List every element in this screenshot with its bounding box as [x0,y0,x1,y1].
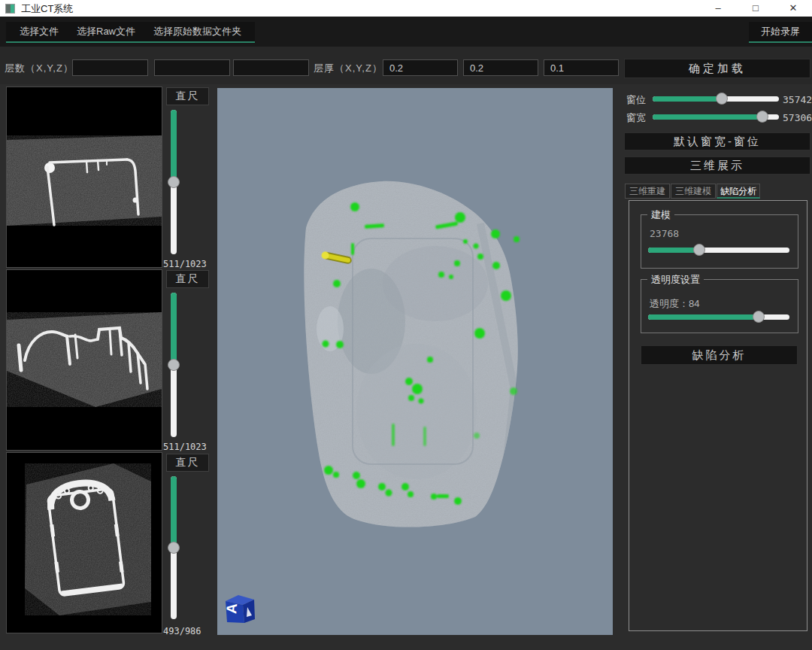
modeling-group-title: 建模 [647,208,674,222]
ct-slice-2-drawing [7,270,162,450]
ct-slice-3-drawing [7,453,162,633]
tab-3d-modeling[interactable]: 三维建模 [671,184,716,199]
ct-slice-image-1[interactable] [6,87,162,268]
opacity-slider[interactable] [648,314,789,320]
slice-slider-3-handle[interactable] [168,542,180,554]
slice-slider-2[interactable] [171,293,177,437]
parameter-row: 层数（X,Y,Z） 层厚（X,Y,Z） 确定加载 [0,47,812,84]
close-icon[interactable]: ✕ [774,0,812,17]
ruler-button-3[interactable]: 直尺 [166,454,209,472]
window-level-slider-handle[interactable] [716,93,728,105]
opacity-slider-handle[interactable] [753,311,765,323]
3d-model-render [217,88,613,635]
slice-position-3: 493/986 [163,626,211,636]
thickness-z-input[interactable] [544,59,619,76]
window-width-slider[interactable] [653,114,779,120]
app-icon [5,4,15,14]
layers-x-input[interactable] [72,59,148,76]
confirm-load-button[interactable]: 确定加载 [624,59,810,78]
slice-slider-3[interactable] [171,476,177,619]
window-title: 工业CT系统 [21,2,73,16]
modeling-slider-handle[interactable] [693,244,705,256]
slice-slider-1[interactable] [171,110,177,254]
opacity-group-title: 透明度设置 [647,273,704,287]
slice-position-1: 511/1023 [163,259,211,269]
slice-position-2: 511/1023 [163,442,211,452]
thickness-label: 层厚（X,Y,Z） [314,62,383,75]
modeling-slider[interactable] [648,248,789,253]
ct-slice-image-2[interactable] [6,269,162,451]
cube-face-letter: A [223,603,240,615]
ct-slice-image-3[interactable] [6,452,162,633]
select-raw-file-button[interactable]: 选择Raw文件 [68,22,144,41]
slice-slider-2-handle[interactable] [168,359,180,371]
start-recording-button[interactable]: 开始录屏 [749,22,812,43]
slice-slider-1-handle[interactable] [168,176,180,188]
tab-3d-reconstruction[interactable]: 三维重建 [625,184,670,199]
thickness-y-input[interactable] [463,59,538,76]
default-window-button[interactable]: 默认窗宽-窗位 [624,132,810,150]
thickness-x-input[interactable] [383,59,458,76]
orientation-cube-icon[interactable]: A [222,591,256,625]
layers-label: 层数（X,Y,Z） [5,62,74,75]
layers-z-input[interactable] [233,59,309,76]
ruler-button-2[interactable]: 直尺 [166,270,209,288]
file-button-group: 选择文件 选择Raw文件 选择原始数据文件夹 [6,22,255,43]
window-level-label: 窗位 [626,93,646,107]
toolbar: 选择文件 选择Raw文件 选择原始数据文件夹 开始录屏 [0,17,812,47]
3d-display-button[interactable]: 三维展示 [624,156,810,175]
titlebar: 工业CT系统 – □ ✕ [0,0,812,17]
window-width-label: 窗宽 [626,111,646,125]
tab-defect-analysis[interactable]: 缺陷分析 [717,184,760,199]
app-window: 工业CT系统 – □ ✕ 选择文件 选择Raw文件 选择原始数据文件夹 开始录屏… [0,0,812,650]
maximize-icon[interactable]: □ [737,0,774,17]
window-width-value: 57306 [783,112,812,123]
modeling-groupbox: 建模 [641,214,798,269]
ct-slice-1-drawing [7,87,162,267]
3d-viewport[interactable]: A [217,88,613,635]
modeling-value: 23768 [650,228,679,239]
layers-y-input[interactable] [154,59,230,76]
window-level-value: 35742 [783,94,812,105]
defect-analysis-button[interactable]: 缺陷分析 [641,345,798,365]
window-level-slider[interactable] [653,96,779,102]
ruler-button-1[interactable]: 直尺 [166,87,209,105]
select-raw-data-folder-button[interactable]: 选择原始数据文件夹 [144,22,250,41]
window-width-slider-handle[interactable] [756,111,768,123]
opacity-value-label: 透明度：84 [650,297,699,311]
select-file-button[interactable]: 选择文件 [11,22,68,41]
minimize-icon[interactable]: – [699,0,737,17]
